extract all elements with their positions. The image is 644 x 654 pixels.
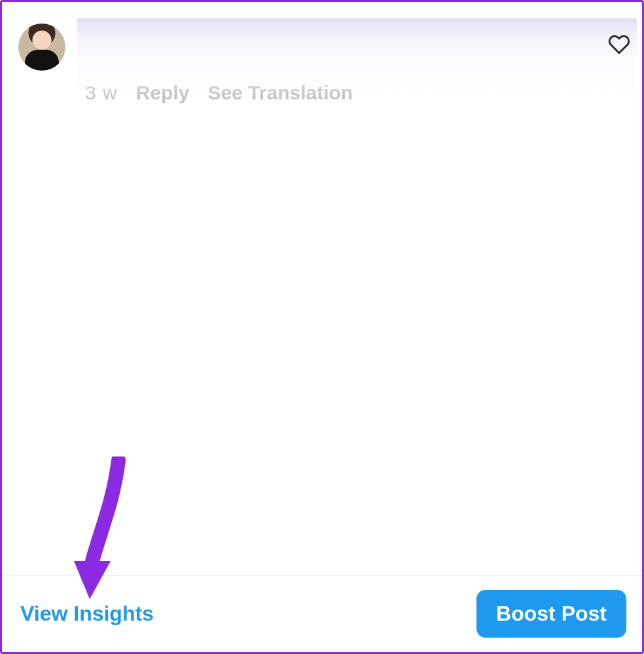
see-translation-link[interactable]: See Translation [207,82,353,104]
reply-link[interactable]: Reply [136,82,190,104]
post-action-bar: View Insights Boost Post [2,576,642,652]
comment-row [18,18,637,90]
commenter-avatar[interactable] [18,24,65,71]
avatar-image-body [25,50,59,71]
heart-outline-icon[interactable] [608,33,630,56]
comment-age-label: 3 w [85,82,118,104]
view-insights-button[interactable]: View Insights [18,598,156,630]
comment-meta-row: 3 w Reply See Translation [85,80,616,105]
post-detail-frame: 3 w Reply See Translation View Insights … [0,0,644,654]
boost-post-button[interactable]: Boost Post [476,590,626,638]
comment-text-redacted [77,18,637,90]
